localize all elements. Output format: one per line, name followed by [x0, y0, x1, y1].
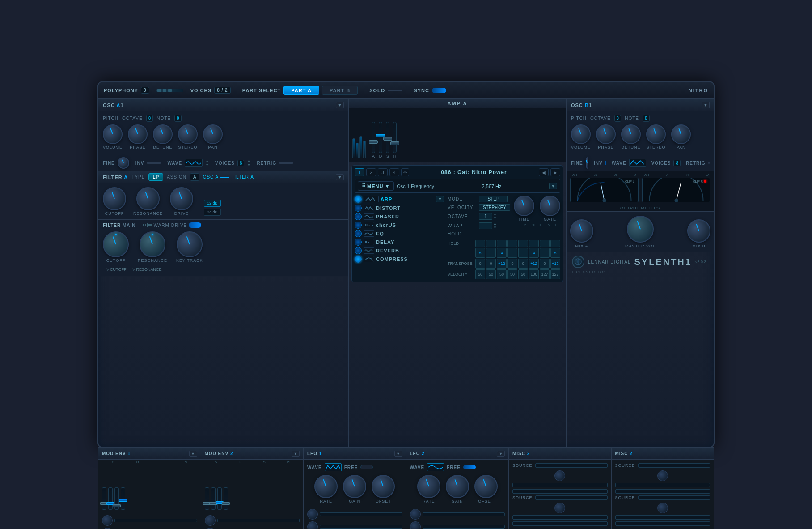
next-preset-button[interactable]: ▶ [550, 168, 560, 176]
lfo-2-free-toggle[interactable] [463, 465, 476, 469]
b-volume-knob[interactable] [571, 124, 591, 144]
hold-step-3[interactable] [497, 240, 507, 247]
display-tab-4[interactable]: 4 [389, 168, 399, 176]
env-2-release-slider[interactable] [224, 487, 228, 510]
lfo-1-wave-display[interactable] [325, 463, 342, 471]
filter-assign-button[interactable]: A [190, 173, 199, 181]
arrow-step-1[interactable]: » [475, 248, 485, 258]
reverb-power-button[interactable] [355, 247, 362, 254]
arp-dropdown[interactable]: ▼ [436, 196, 444, 202]
vel-step-4[interactable]: 50 [508, 269, 517, 279]
wrap-arrows[interactable]: ▲ ▼ [493, 222, 497, 230]
b-retrig-toggle[interactable] [708, 162, 710, 164]
wave-arrows[interactable]: ▲ ▼ [205, 159, 209, 167]
eq-power-button[interactable] [355, 230, 362, 237]
vel-step-6[interactable]: 100 [529, 269, 539, 279]
prev-preset-button[interactable]: ◀ [539, 168, 549, 176]
phase-knob[interactable] [128, 124, 148, 144]
hold-step-1[interactable] [475, 240, 485, 247]
mod-env-1-dropdown[interactable]: ▼ [189, 451, 197, 457]
display-tab-2[interactable]: 2 [366, 168, 376, 176]
sustain-track[interactable] [386, 122, 389, 153]
trans-step-4[interactable]: 0 [508, 259, 517, 269]
trans-step-3[interactable]: +12 [497, 259, 507, 269]
stereo-knob[interactable] [178, 124, 198, 144]
hold-step-5[interactable] [518, 240, 528, 247]
display-dropdown[interactable]: ▼ [549, 183, 557, 189]
b-pan-knob[interactable] [671, 124, 691, 144]
wrap-value[interactable]: - [479, 222, 492, 229]
b-wave-display[interactable] [629, 159, 646, 167]
trans-step-1[interactable]: 0 [475, 259, 485, 269]
menu-button[interactable]: ⠿ MENU ▼ [358, 181, 394, 191]
filter-resonance-knob[interactable] [136, 187, 160, 210]
wave-display[interactable] [185, 159, 203, 167]
part-b-button[interactable]: PART B [322, 86, 358, 95]
b-fine-knob[interactable] [586, 157, 588, 169]
filter-cutoff-knob[interactable] [103, 187, 126, 210]
voices-arrows[interactable]: ▲ ▼ [247, 159, 250, 167]
arrow-step-5[interactable] [518, 248, 528, 258]
trans-step-2[interactable]: 0 [486, 259, 496, 269]
delay-power-button[interactable] [355, 239, 362, 246]
arrow-step-2[interactable] [486, 248, 496, 258]
arrow-step-8[interactable]: » [550, 248, 560, 258]
arp-power-button[interactable] [355, 196, 362, 203]
vel-step-3[interactable]: 50 [497, 269, 507, 279]
hold-step-8[interactable] [550, 240, 560, 247]
lfo-2-mod-1-knob[interactable] [410, 509, 421, 520]
lfo-1-mod-2-knob[interactable] [307, 521, 318, 529]
part-a-button[interactable]: PART A [283, 86, 319, 95]
display-tab-3[interactable]: 3 [378, 168, 388, 176]
lfo-2-gain-knob[interactable] [446, 475, 469, 498]
b-voices-value[interactable]: 8 [673, 160, 681, 166]
time-knob[interactable] [514, 196, 534, 216]
lfo-2-rate-knob[interactable] [417, 475, 440, 498]
misc-2-r-knob-2[interactable] [657, 503, 668, 513]
polyphony-value[interactable]: 8 [141, 87, 149, 94]
chorus-power-button[interactable] [355, 222, 362, 229]
trans-step-7[interactable]: 0 [540, 259, 550, 269]
velocity-value[interactable]: STEP+KEY [479, 204, 510, 211]
filter-a-dropdown[interactable]: ▼ [336, 174, 344, 180]
vel-step-8[interactable]: 127 [550, 269, 560, 279]
main-resonance-knob[interactable] [140, 231, 165, 257]
arrow-step-4[interactable] [508, 248, 517, 258]
env-1-decay-slider[interactable] [108, 487, 113, 510]
lfo-1-free-toggle[interactable] [360, 465, 373, 469]
osc-b1-dropdown[interactable]: ▼ [702, 102, 710, 108]
mode-value[interactable]: STEP [479, 196, 508, 202]
distort-power-button[interactable] [355, 205, 362, 212]
env-2-decay-slider[interactable] [211, 487, 216, 510]
arrow-step-3[interactable]: » [497, 248, 507, 258]
lfo-2-offset-knob[interactable] [474, 475, 498, 498]
b-stereo-knob[interactable] [646, 124, 666, 144]
mix-a-knob[interactable] [570, 219, 593, 243]
retrig-toggle[interactable] [279, 162, 293, 164]
patch-icon[interactable]: ✏ [401, 168, 409, 176]
trans-step-6[interactable]: +12 [529, 259, 539, 269]
attack-track[interactable] [372, 122, 375, 153]
misc-2-left-knob-2[interactable] [554, 503, 565, 513]
mod-dest-1-knob[interactable] [102, 515, 113, 526]
lfo-1-offset-knob[interactable] [372, 475, 395, 498]
phaser-power-button[interactable] [355, 213, 362, 220]
vel-step-7[interactable]: 127 [540, 269, 550, 279]
fine-knob[interactable] [118, 157, 129, 169]
b-phase-knob[interactable] [596, 124, 616, 144]
env-1-release-slider[interactable] [121, 487, 125, 510]
misc-2-r-knob[interactable] [657, 470, 668, 481]
octave-value[interactable]: 8 [146, 115, 153, 122]
mix-b-knob[interactable] [687, 219, 710, 243]
filter-lp-button[interactable]: LP [148, 173, 163, 181]
b-detune-knob[interactable] [621, 124, 641, 144]
pan-knob[interactable] [203, 124, 223, 144]
decay-track[interactable] [379, 122, 382, 153]
hold-step-2[interactable] [486, 240, 496, 247]
compress-power-button[interactable] [355, 256, 362, 263]
inv-toggle[interactable] [147, 162, 161, 164]
detune-knob[interactable] [153, 124, 173, 144]
hold-step-6[interactable] [529, 240, 539, 247]
arrow-step-7[interactable] [540, 248, 550, 258]
vel-step-1[interactable]: 50 [475, 269, 485, 279]
